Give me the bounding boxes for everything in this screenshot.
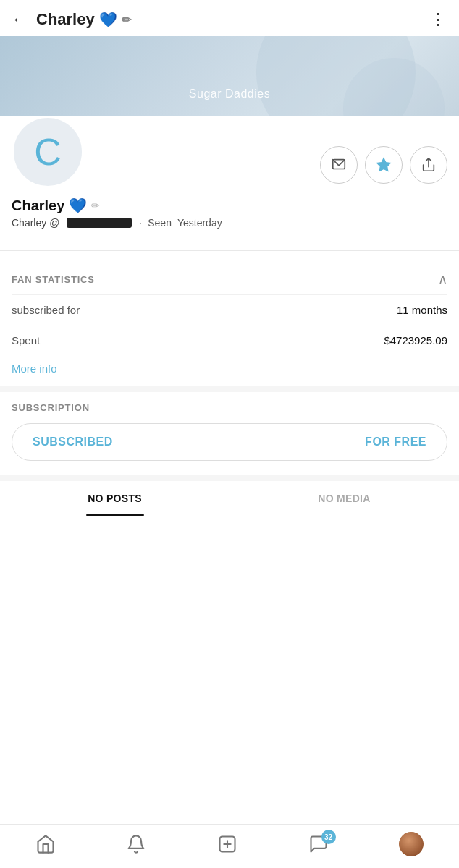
avatar-row: C xyxy=(12,116,447,188)
subscription-price-label: FOR FREE xyxy=(365,435,426,448)
messages-badge: 32 xyxy=(321,830,336,844)
seen-label: Seen xyxy=(148,217,172,229)
tabs-section: NO POSTS NO MEDIA xyxy=(0,475,459,516)
profile-divider xyxy=(0,250,459,251)
profile-name-row: Charley 💙 ✏ xyxy=(12,197,447,214)
nav-notifications[interactable] xyxy=(126,834,146,854)
profile-sub: Charley @ · Seen Yesterday xyxy=(12,217,447,229)
nav-messages[interactable]: 32 xyxy=(308,834,329,854)
profile-section: C Charley xyxy=(0,116,459,240)
top-bar-left: ← Charley 💙 ✏ xyxy=(12,10,131,29)
subscribed-status-label: SUBSCRIBED xyxy=(33,435,113,448)
spent-label: Spent xyxy=(12,334,40,346)
header-heart-icon: 💙 xyxy=(99,11,117,28)
avatar-letter: C xyxy=(34,130,62,174)
fan-statistics-title: FAN STATISTICS xyxy=(12,274,95,285)
tab-no-posts[interactable]: NO POSTS xyxy=(0,481,230,516)
more-options-button[interactable]: ⋮ xyxy=(430,10,447,29)
banner-list-label: Sugar Daddies xyxy=(189,88,270,101)
subscription-section: SUBSCRIPTION SUBSCRIBED FOR FREE xyxy=(0,386,459,472)
action-buttons xyxy=(320,146,447,184)
more-info-link[interactable]: More info xyxy=(12,362,57,375)
tabs-row: NO POSTS NO MEDIA xyxy=(0,481,459,516)
spent-value: $4723925.09 xyxy=(384,334,447,346)
fan-statistics-chevron[interactable]: ∧ xyxy=(438,271,447,287)
nav-home[interactable] xyxy=(35,834,56,854)
nav-create[interactable] xyxy=(217,834,237,854)
header-edit-icon[interactable]: ✏ xyxy=(122,13,131,27)
avatar: C xyxy=(12,116,84,188)
svg-marker-1 xyxy=(377,158,390,171)
subscription-title: SUBSCRIPTION xyxy=(12,402,447,413)
username-redacted xyxy=(67,218,132,228)
share-button[interactable] xyxy=(410,146,447,184)
tab-no-media[interactable]: NO MEDIA xyxy=(230,481,459,516)
bottom-nav: 32 xyxy=(0,824,459,868)
profile-name-text: Charley xyxy=(12,197,64,214)
profile-heart-icon: 💙 xyxy=(69,197,87,214)
profile-edit-icon[interactable]: ✏ xyxy=(91,200,100,211)
nav-avatar xyxy=(399,832,424,856)
nav-profile[interactable] xyxy=(399,832,424,856)
message-button[interactable] xyxy=(320,146,358,184)
header-name: Charley xyxy=(36,10,95,29)
top-bar-title: Charley 💙 ✏ xyxy=(36,10,131,29)
subscription-button[interactable]: SUBSCRIBED FOR FREE xyxy=(12,423,447,461)
subscribed-value: 11 months xyxy=(397,304,447,316)
back-button[interactable]: ← xyxy=(12,10,28,29)
seen-value: Yesterday xyxy=(177,217,222,229)
profile-username-prefix: Charley @ xyxy=(12,217,59,229)
fan-statistics-section: FAN STATISTICS ∧ subscribed for 11 month… xyxy=(0,261,459,386)
star-button[interactable] xyxy=(365,146,403,184)
subscribed-label: subscribed for xyxy=(12,304,80,316)
fan-statistics-header: FAN STATISTICS ∧ xyxy=(12,261,447,294)
top-bar: ← Charley 💙 ✏ ⋮ xyxy=(0,0,459,36)
nav-avatar-image xyxy=(399,832,424,856)
spent-row: Spent $4723925.09 xyxy=(12,325,447,355)
seen-dot: · xyxy=(139,217,142,229)
subscribed-row: subscribed for 11 months xyxy=(12,294,447,325)
